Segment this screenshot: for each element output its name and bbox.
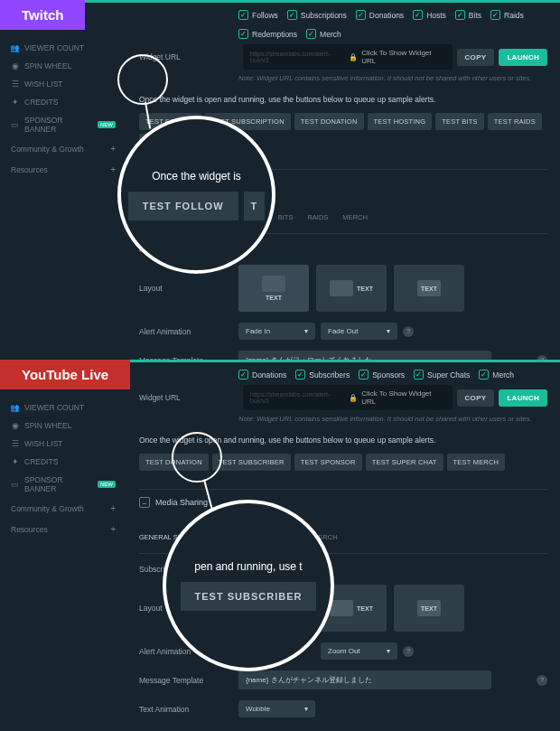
callout-indicator	[117, 54, 168, 105]
youtube-section: YouTube Live 👥VIEWER COUNT ◉SPIN WHEEL ☰…	[0, 360, 560, 731]
checkbox-follows[interactable]: ✓Follows	[238, 10, 278, 20]
test-raids-button[interactable]: TEST RAIDS	[488, 113, 542, 130]
sidebar: 👥VIEWER COUNT ◉SPIN WHEEL ☰WISH LIST ✦CR…	[0, 3, 126, 360]
anim-in-select[interactable]: Fade In▾	[238, 323, 315, 340]
tab-bits[interactable]: BITS	[278, 213, 294, 226]
sidebar-label: SPIN WHEEL	[24, 421, 71, 430]
collapse-toggle[interactable]: –	[139, 497, 150, 508]
checkbox-subscribers[interactable]: ✓Subscribers	[295, 370, 350, 380]
test-subscriber-button[interactable]: TEST SUBSCRIBER	[212, 454, 291, 471]
check-icon: ✓	[287, 10, 297, 20]
text-animation-row: Text Animation Wobble▾	[139, 700, 547, 717]
checkbox-donations[interactable]: ✓Donations	[356, 10, 404, 20]
sidebar-item-viewer-count[interactable]: 👥VIEWER COUNT	[0, 398, 126, 417]
sidebar-item-wish-list[interactable]: ☰WISH LIST	[0, 75, 126, 93]
copy-button[interactable]: COPY	[457, 49, 495, 66]
sidebar-label: SPONSOR BANNER	[24, 116, 89, 134]
sidebar-item-credits[interactable]: ✦CREDITS	[0, 93, 126, 111]
chevron-down-icon: ▾	[304, 327, 308, 335]
image-icon: TEXT	[417, 280, 441, 296]
sidebar-item-sponsor-banner[interactable]: ▭SPONSOR BANNERNEW	[0, 471, 126, 498]
group-label: Community & Growth	[11, 504, 84, 513]
test-super-chat-button[interactable]: TEST SUPER CHAT	[366, 454, 443, 471]
anim-out-select[interactable]: Zoom Out▾	[321, 642, 397, 660]
sidebar-item-spin-wheel[interactable]: ◉SPIN WHEEL	[0, 417, 126, 435]
check-icon: ✓	[238, 10, 248, 20]
tab-merch[interactable]: MERCH	[342, 213, 368, 226]
test-donation-button[interactable]: TEST DONATION	[294, 113, 364, 130]
sidebar-label: SPIN WHEEL	[24, 61, 71, 70]
chevron-down-icon: ▾	[304, 705, 308, 713]
test-merch-button[interactable]: TEST MERCH	[447, 454, 506, 471]
help-icon[interactable]: ?	[537, 675, 547, 686]
sidebar: 👥VIEWER COUNT ◉SPIN WHEEL ☰WISH LIST ✦CR…	[0, 362, 126, 731]
text-anim-select[interactable]: Wobble▾	[238, 700, 315, 717]
launch-button[interactable]: LAUNCH	[499, 389, 547, 407]
test-hosting-button[interactable]: TEST HOSTING	[368, 113, 433, 130]
check-icon: ✓	[490, 10, 500, 20]
checkbox-merch[interactable]: ✓Merch	[479, 370, 514, 380]
checkbox-raids[interactable]: ✓Raids	[490, 10, 524, 20]
list-icon: ☰	[11, 440, 19, 448]
checkbox-merch[interactable]: ✓Merch	[306, 29, 341, 39]
platform-tag-youtube: YouTube Live	[0, 360, 130, 389]
widget-url-field[interactable]: https://streamlabs.com/alert-box/v3🔒Clic…	[243, 44, 453, 70]
zoom-test-subscriber-button[interactable]: TEST SUBSCRIBER	[181, 582, 317, 611]
checkbox-subscriptions[interactable]: ✓Subscriptions	[287, 10, 347, 20]
sidebar-item-viewer-count[interactable]: 👥VIEWER COUNT	[0, 39, 126, 57]
wheel-icon: ◉	[11, 62, 19, 70]
credits-icon: ✦	[11, 458, 19, 466]
layout-option-2[interactable]: TEXT	[316, 265, 387, 312]
message-template-row: Message Template ?	[139, 351, 547, 360]
checkbox-redemptions[interactable]: ✓Redemptions	[238, 29, 297, 39]
test-bits-button[interactable]: TEST BITS	[435, 113, 484, 130]
checkbox-hosts[interactable]: ✓Hosts	[413, 10, 446, 20]
layout-options: TEXT TEXT TEXT	[238, 265, 464, 312]
sensitive-note: Note: Widget URL contains sensitive info…	[238, 415, 547, 423]
message-template-input[interactable]	[238, 670, 491, 689]
sidebar-group-resources[interactable]: Resources+	[0, 159, 126, 180]
copy-button[interactable]: COPY	[457, 389, 495, 407]
url-label: Widget URL	[139, 393, 238, 402]
sidebar-item-wish-list[interactable]: ☰WISH LIST	[0, 435, 126, 453]
group-label: Community & Growth	[11, 145, 84, 154]
sidebar-item-credits[interactable]: ✦CREDITS	[0, 453, 126, 471]
check-icon: ✓	[356, 10, 366, 20]
sidebar-label: WISH LIST	[24, 439, 63, 448]
zoom-text: pen and running, use t	[194, 560, 302, 573]
plus-icon: +	[110, 144, 116, 154]
image-icon	[330, 600, 353, 616]
help-icon[interactable]: ?	[403, 326, 414, 337]
image-icon	[262, 276, 285, 292]
anim-out-select[interactable]: Fade Out▾	[321, 323, 397, 340]
sidebar-group-community[interactable]: Community & Growth+	[0, 498, 126, 519]
widget-url-field[interactable]: https://streamlabs.com/alert-box/v3🔒Clic…	[243, 385, 453, 410]
checkbox-bits[interactable]: ✓Bits	[455, 10, 481, 20]
sidebar-group-resources[interactable]: Resources+	[0, 519, 126, 539]
sidebar-group-community[interactable]: Community & Growth+	[0, 138, 126, 159]
tab-raids[interactable]: RAIDS	[307, 213, 328, 226]
plus-icon: +	[110, 524, 116, 534]
lock-icon: 🔒	[349, 53, 358, 61]
zoom-test-follow-button[interactable]: TEST FOLLOW	[128, 192, 238, 220]
layout-option-3[interactable]: TEXT	[394, 585, 464, 632]
chevron-down-icon: ▾	[387, 327, 390, 335]
message-template-input[interactable]	[238, 351, 491, 360]
new-badge: NEW	[98, 121, 116, 128]
test-sponsor-button[interactable]: TEST SPONSOR	[294, 454, 362, 471]
sidebar-label: CREDITS	[24, 457, 58, 466]
sidebar-item-sponsor-banner[interactable]: ▭SPONSOR BANNERNEW	[0, 111, 126, 138]
check-icon: ✓	[238, 370, 248, 380]
layout-option-1[interactable]: TEXT	[238, 265, 309, 312]
checkbox-super-chats[interactable]: ✓Super Chats	[414, 370, 470, 380]
zoom-callout: pen and running, use t TEST SUBSCRIBER	[163, 500, 334, 671]
help-icon[interactable]: ?	[403, 646, 414, 657]
launch-button[interactable]: LAUNCH	[499, 49, 547, 66]
checkbox-donations[interactable]: ✓Donations	[238, 370, 286, 380]
sidebar-item-spin-wheel[interactable]: ◉SPIN WHEEL	[0, 57, 126, 75]
checkbox-sponsors[interactable]: ✓Sponsors	[359, 370, 405, 380]
layout-option-3[interactable]: TEXT	[394, 265, 464, 312]
field-label: Alert Animation	[139, 327, 238, 336]
banner-icon: ▭	[11, 481, 19, 489]
checkbox-row: ✓Follows ✓Subscriptions ✓Donations ✓Host…	[238, 3, 547, 44]
